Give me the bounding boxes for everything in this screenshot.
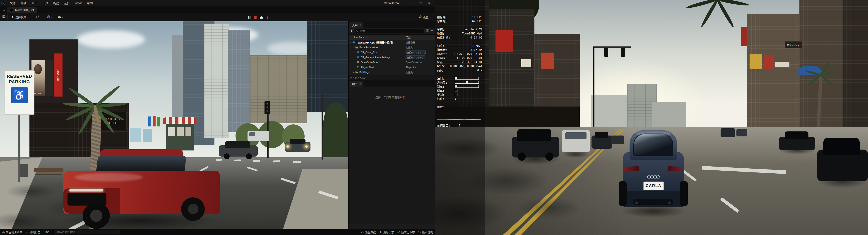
row-label: BasicParametres xyxy=(360,46,378,49)
hud-compass: 指南针:271° NW xyxy=(435,48,485,52)
menu-build[interactable]: 构建 xyxy=(51,0,62,6)
level-viewport[interactable]: WESOL Coca-Cola STARDUST COFFEE xyxy=(0,21,348,229)
outliner-row-bp-generalscenesettings[interactable]: BP_GeneralSceneSettings 编辑BP_Gener... xyxy=(348,55,435,60)
row-type-link[interactable]: 编辑BP_Gener... xyxy=(406,56,425,59)
row-type: 文件夹 xyxy=(406,71,413,74)
building-right xyxy=(747,13,799,136)
unreal-tab-icon: U xyxy=(10,9,13,12)
headlight xyxy=(286,146,289,148)
exhaust-tip xyxy=(668,202,671,204)
details-tab-row: 细节 × xyxy=(348,80,435,87)
outliner-row-folder-basicparametres[interactable]: ▾ BasicParametres 文件夹 xyxy=(348,45,435,50)
rear-diffuser xyxy=(633,199,673,205)
unreal-editor-window: U 文件 编辑 窗口 工具 构建 选择 Actor 帮助 CarlaUnreal… xyxy=(0,0,435,235)
expander-icon[interactable]: ▾ xyxy=(352,46,355,49)
console-command-input[interactable] xyxy=(55,230,120,234)
blueprints-dropdown[interactable]: B ▾ xyxy=(45,14,54,20)
menu-actor[interactable]: Actor xyxy=(72,0,84,6)
car-wheel xyxy=(246,153,252,159)
car-wheel xyxy=(619,181,627,206)
row-label: BP_Carla_Sky xyxy=(361,51,377,54)
menu-file[interactable]: 文件 xyxy=(7,0,18,6)
carla-spectator-window[interactable]: MUSEUM xyxy=(435,0,868,235)
menu-tools[interactable]: 工具 xyxy=(40,0,51,6)
outliner-search-row xyxy=(348,28,435,34)
outliner-row-bp-carla-sky[interactable]: BP_Carla_Sky 编辑BP_Carla_... xyxy=(348,50,435,55)
outliner-search-input[interactable] xyxy=(360,30,423,32)
oncoming-car xyxy=(285,139,310,154)
save-icon[interactable] xyxy=(2,15,6,19)
row-type: OpenDriveActo... xyxy=(406,61,424,64)
editor-mode-dropdown[interactable]: 选择模式 ▾ xyxy=(9,14,30,20)
search-icon xyxy=(356,29,359,33)
layout-menu-icon[interactable]: ≡ xyxy=(1,9,7,12)
car-glass xyxy=(824,138,860,155)
columns-icon[interactable] xyxy=(426,29,429,33)
cinematics-dropdown[interactable]: ▾ xyxy=(56,14,65,20)
eject-button[interactable] xyxy=(260,16,263,19)
chevron-down-icon: ▾ xyxy=(51,16,52,18)
distant-car xyxy=(720,128,735,137)
menu-edit[interactable]: 编辑 xyxy=(18,0,29,6)
close-button[interactable]: × xyxy=(425,0,433,6)
crosswalk-dash xyxy=(273,160,280,162)
content-drawer-button[interactable]: 内容侧滑菜单 xyxy=(2,230,22,234)
menu-help[interactable]: 帮助 xyxy=(84,0,95,6)
outliner-column-header[interactable]: Item Label ▲ 类型 xyxy=(348,34,435,40)
outliner-row-opendriveactor[interactable]: OpenDriveActor1 OpenDriveActo... xyxy=(348,60,435,65)
minimize-button[interactable]: – xyxy=(408,0,416,6)
all-saved-indicator[interactable]: 所有已保存 xyxy=(397,230,415,234)
close-icon[interactable]: × xyxy=(360,83,361,85)
close-icon[interactable]: × xyxy=(360,24,361,26)
kiosk-poster xyxy=(185,127,191,136)
outliner-row-world[interactable]: ▾ Town10HD_Opt（编辑器中运行） 世界场景 xyxy=(348,40,435,45)
building-tower xyxy=(228,30,250,133)
car-wheel xyxy=(224,153,229,159)
tab-outliner[interactable]: 大纲 × xyxy=(349,22,364,28)
level-tab[interactable]: U Town10HD_Opt xyxy=(7,7,37,13)
crosswalk-dash xyxy=(293,161,301,163)
main-toolbar: 选择模式 ▾ ▾ B ▾ ▾ 设置 ▾ xyxy=(0,13,435,21)
cmd-dropdown[interactable]: Cmd ▾ xyxy=(43,231,52,234)
traffic-light xyxy=(265,101,270,114)
menu-window[interactable]: 窗口 xyxy=(29,0,40,6)
settings-dropdown[interactable]: 设置 ▾ xyxy=(417,14,433,20)
outliner-search-box[interactable] xyxy=(354,29,425,33)
revision-control-button[interactable]: 版本控制 xyxy=(418,230,433,234)
car-glass xyxy=(290,139,306,144)
row-label: Town10HD_Opt（编辑器中运行） xyxy=(356,40,395,44)
unreal-logo-icon: U xyxy=(1,1,5,5)
player-start-icon xyxy=(356,66,360,69)
menu-select[interactable]: 选择 xyxy=(62,0,72,6)
actor-count: 2,760个 Actor xyxy=(350,76,366,80)
output-log-button[interactable]: 输出日志 xyxy=(25,230,40,234)
toolbar-separator xyxy=(7,15,8,20)
carla-hud-panel: 服务端:11 FPS 客户端:62 FPS 车辆:Uel Audi Tt 地图:… xyxy=(435,0,485,235)
maximize-button[interactable]: □ xyxy=(416,0,425,6)
column-type[interactable]: 类型 xyxy=(406,35,410,39)
outliner-row-player-start[interactable]: Player Start PlayerStart xyxy=(348,65,435,70)
bench xyxy=(34,168,63,172)
filter-icon[interactable] xyxy=(350,29,353,33)
derived-data-button[interactable]: 派生数据 xyxy=(361,230,376,234)
outliner-settings-icon[interactable] xyxy=(431,29,433,33)
expander-icon[interactable]: ▾ xyxy=(349,41,352,43)
menu-bar: U 文件 编辑 窗口 工具 构建 选择 Actor 帮助 CarlaUnreal… xyxy=(0,0,435,6)
add-actor-dropdown[interactable]: ▾ xyxy=(34,14,43,20)
details-empty-message: 选择一个对象来查看细节。 xyxy=(375,96,408,99)
outliner-footer: 2,760个 Actor xyxy=(348,75,435,80)
pause-button[interactable] xyxy=(248,16,250,19)
column-item-label[interactable]: Item Label xyxy=(348,36,365,38)
row-type-link[interactable]: 编辑BP_Carla_... xyxy=(406,51,426,54)
message-log-button[interactable]: 消息日志 xyxy=(379,230,394,234)
van-glass xyxy=(249,133,255,136)
stop-button[interactable] xyxy=(254,16,256,19)
outliner-row-folder-buildings[interactable]: ▸ Buildings 文件夹 xyxy=(348,70,435,75)
expander-icon[interactable]: ▸ xyxy=(352,71,355,74)
billboard-poster-dark xyxy=(45,60,53,96)
tab-details[interactable]: 细节 × xyxy=(349,81,364,87)
play-options-icon[interactable]: ⋮ xyxy=(266,16,269,19)
throttle-bar xyxy=(455,77,479,80)
building-right-near xyxy=(842,0,868,131)
headlight xyxy=(305,146,308,148)
